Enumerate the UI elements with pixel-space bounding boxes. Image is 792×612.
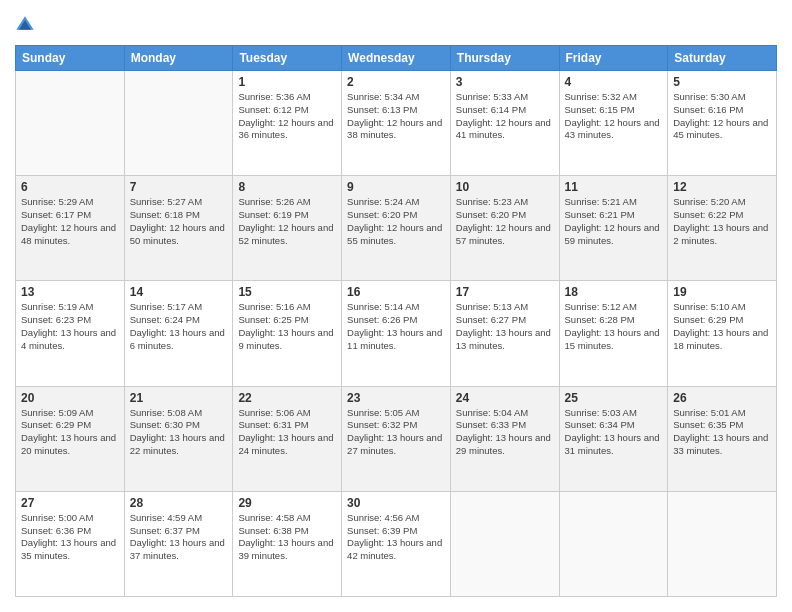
calendar-cell bbox=[668, 491, 777, 596]
calendar-cell: 7Sunrise: 5:27 AM Sunset: 6:18 PM Daylig… bbox=[124, 176, 233, 281]
page: SundayMondayTuesdayWednesdayThursdayFrid… bbox=[0, 0, 792, 612]
day-number: 14 bbox=[130, 285, 228, 299]
day-info: Sunrise: 5:21 AM Sunset: 6:21 PM Dayligh… bbox=[565, 196, 663, 247]
day-info: Sunrise: 5:03 AM Sunset: 6:34 PM Dayligh… bbox=[565, 407, 663, 458]
calendar-cell: 3Sunrise: 5:33 AM Sunset: 6:14 PM Daylig… bbox=[450, 71, 559, 176]
day-info: Sunrise: 5:05 AM Sunset: 6:32 PM Dayligh… bbox=[347, 407, 445, 458]
day-info: Sunrise: 5:36 AM Sunset: 6:12 PM Dayligh… bbox=[238, 91, 336, 142]
day-info: Sunrise: 5:30 AM Sunset: 6:16 PM Dayligh… bbox=[673, 91, 771, 142]
day-number: 4 bbox=[565, 75, 663, 89]
day-number: 7 bbox=[130, 180, 228, 194]
column-header-thursday: Thursday bbox=[450, 46, 559, 71]
calendar-cell: 29Sunrise: 4:58 AM Sunset: 6:38 PM Dayli… bbox=[233, 491, 342, 596]
calendar-cell: 21Sunrise: 5:08 AM Sunset: 6:30 PM Dayli… bbox=[124, 386, 233, 491]
day-number: 21 bbox=[130, 391, 228, 405]
day-number: 8 bbox=[238, 180, 336, 194]
day-info: Sunrise: 5:12 AM Sunset: 6:28 PM Dayligh… bbox=[565, 301, 663, 352]
calendar-cell: 14Sunrise: 5:17 AM Sunset: 6:24 PM Dayli… bbox=[124, 281, 233, 386]
day-info: Sunrise: 5:06 AM Sunset: 6:31 PM Dayligh… bbox=[238, 407, 336, 458]
day-number: 30 bbox=[347, 496, 445, 510]
day-number: 24 bbox=[456, 391, 554, 405]
day-number: 20 bbox=[21, 391, 119, 405]
day-info: Sunrise: 5:24 AM Sunset: 6:20 PM Dayligh… bbox=[347, 196, 445, 247]
calendar-cell: 23Sunrise: 5:05 AM Sunset: 6:32 PM Dayli… bbox=[342, 386, 451, 491]
day-number: 23 bbox=[347, 391, 445, 405]
day-info: Sunrise: 5:27 AM Sunset: 6:18 PM Dayligh… bbox=[130, 196, 228, 247]
calendar-cell: 16Sunrise: 5:14 AM Sunset: 6:26 PM Dayli… bbox=[342, 281, 451, 386]
calendar-cell: 26Sunrise: 5:01 AM Sunset: 6:35 PM Dayli… bbox=[668, 386, 777, 491]
calendar-cell: 20Sunrise: 5:09 AM Sunset: 6:29 PM Dayli… bbox=[16, 386, 125, 491]
day-info: Sunrise: 5:09 AM Sunset: 6:29 PM Dayligh… bbox=[21, 407, 119, 458]
day-number: 25 bbox=[565, 391, 663, 405]
column-header-saturday: Saturday bbox=[668, 46, 777, 71]
calendar-cell: 12Sunrise: 5:20 AM Sunset: 6:22 PM Dayli… bbox=[668, 176, 777, 281]
day-info: Sunrise: 5:26 AM Sunset: 6:19 PM Dayligh… bbox=[238, 196, 336, 247]
calendar-week-row: 13Sunrise: 5:19 AM Sunset: 6:23 PM Dayli… bbox=[16, 281, 777, 386]
calendar-cell bbox=[16, 71, 125, 176]
day-info: Sunrise: 5:16 AM Sunset: 6:25 PM Dayligh… bbox=[238, 301, 336, 352]
day-info: Sunrise: 5:19 AM Sunset: 6:23 PM Dayligh… bbox=[21, 301, 119, 352]
day-info: Sunrise: 5:34 AM Sunset: 6:13 PM Dayligh… bbox=[347, 91, 445, 142]
calendar-cell: 6Sunrise: 5:29 AM Sunset: 6:17 PM Daylig… bbox=[16, 176, 125, 281]
calendar-cell: 22Sunrise: 5:06 AM Sunset: 6:31 PM Dayli… bbox=[233, 386, 342, 491]
calendar-table: SundayMondayTuesdayWednesdayThursdayFrid… bbox=[15, 45, 777, 597]
calendar-week-row: 6Sunrise: 5:29 AM Sunset: 6:17 PM Daylig… bbox=[16, 176, 777, 281]
calendar-cell bbox=[450, 491, 559, 596]
day-number: 15 bbox=[238, 285, 336, 299]
day-info: Sunrise: 5:10 AM Sunset: 6:29 PM Dayligh… bbox=[673, 301, 771, 352]
day-info: Sunrise: 4:56 AM Sunset: 6:39 PM Dayligh… bbox=[347, 512, 445, 563]
day-info: Sunrise: 5:01 AM Sunset: 6:35 PM Dayligh… bbox=[673, 407, 771, 458]
calendar-cell: 28Sunrise: 4:59 AM Sunset: 6:37 PM Dayli… bbox=[124, 491, 233, 596]
day-number: 2 bbox=[347, 75, 445, 89]
calendar-cell: 19Sunrise: 5:10 AM Sunset: 6:29 PM Dayli… bbox=[668, 281, 777, 386]
calendar-cell: 4Sunrise: 5:32 AM Sunset: 6:15 PM Daylig… bbox=[559, 71, 668, 176]
day-number: 19 bbox=[673, 285, 771, 299]
calendar-cell: 24Sunrise: 5:04 AM Sunset: 6:33 PM Dayli… bbox=[450, 386, 559, 491]
column-header-tuesday: Tuesday bbox=[233, 46, 342, 71]
column-header-wednesday: Wednesday bbox=[342, 46, 451, 71]
day-info: Sunrise: 5:20 AM Sunset: 6:22 PM Dayligh… bbox=[673, 196, 771, 247]
calendar-cell: 5Sunrise: 5:30 AM Sunset: 6:16 PM Daylig… bbox=[668, 71, 777, 176]
day-info: Sunrise: 4:58 AM Sunset: 6:38 PM Dayligh… bbox=[238, 512, 336, 563]
calendar-cell: 17Sunrise: 5:13 AM Sunset: 6:27 PM Dayli… bbox=[450, 281, 559, 386]
calendar-cell: 13Sunrise: 5:19 AM Sunset: 6:23 PM Dayli… bbox=[16, 281, 125, 386]
calendar-cell: 10Sunrise: 5:23 AM Sunset: 6:20 PM Dayli… bbox=[450, 176, 559, 281]
logo bbox=[15, 15, 39, 35]
day-info: Sunrise: 5:14 AM Sunset: 6:26 PM Dayligh… bbox=[347, 301, 445, 352]
day-number: 3 bbox=[456, 75, 554, 89]
day-number: 17 bbox=[456, 285, 554, 299]
calendar-cell: 8Sunrise: 5:26 AM Sunset: 6:19 PM Daylig… bbox=[233, 176, 342, 281]
day-number: 22 bbox=[238, 391, 336, 405]
calendar-cell: 15Sunrise: 5:16 AM Sunset: 6:25 PM Dayli… bbox=[233, 281, 342, 386]
day-number: 13 bbox=[21, 285, 119, 299]
calendar-cell: 2Sunrise: 5:34 AM Sunset: 6:13 PM Daylig… bbox=[342, 71, 451, 176]
calendar-cell bbox=[124, 71, 233, 176]
calendar-header-row: SundayMondayTuesdayWednesdayThursdayFrid… bbox=[16, 46, 777, 71]
day-number: 12 bbox=[673, 180, 771, 194]
calendar-cell: 9Sunrise: 5:24 AM Sunset: 6:20 PM Daylig… bbox=[342, 176, 451, 281]
day-number: 16 bbox=[347, 285, 445, 299]
calendar-cell: 11Sunrise: 5:21 AM Sunset: 6:21 PM Dayli… bbox=[559, 176, 668, 281]
day-number: 11 bbox=[565, 180, 663, 194]
day-number: 6 bbox=[21, 180, 119, 194]
column-header-sunday: Sunday bbox=[16, 46, 125, 71]
calendar-week-row: 27Sunrise: 5:00 AM Sunset: 6:36 PM Dayli… bbox=[16, 491, 777, 596]
day-number: 26 bbox=[673, 391, 771, 405]
calendar-cell bbox=[559, 491, 668, 596]
day-info: Sunrise: 4:59 AM Sunset: 6:37 PM Dayligh… bbox=[130, 512, 228, 563]
calendar-cell: 18Sunrise: 5:12 AM Sunset: 6:28 PM Dayli… bbox=[559, 281, 668, 386]
day-info: Sunrise: 5:32 AM Sunset: 6:15 PM Dayligh… bbox=[565, 91, 663, 142]
day-number: 27 bbox=[21, 496, 119, 510]
column-header-monday: Monday bbox=[124, 46, 233, 71]
day-number: 9 bbox=[347, 180, 445, 194]
day-number: 18 bbox=[565, 285, 663, 299]
calendar-week-row: 20Sunrise: 5:09 AM Sunset: 6:29 PM Dayli… bbox=[16, 386, 777, 491]
day-number: 28 bbox=[130, 496, 228, 510]
calendar-cell: 25Sunrise: 5:03 AM Sunset: 6:34 PM Dayli… bbox=[559, 386, 668, 491]
column-header-friday: Friday bbox=[559, 46, 668, 71]
day-info: Sunrise: 5:04 AM Sunset: 6:33 PM Dayligh… bbox=[456, 407, 554, 458]
day-info: Sunrise: 5:00 AM Sunset: 6:36 PM Dayligh… bbox=[21, 512, 119, 563]
day-number: 29 bbox=[238, 496, 336, 510]
day-number: 5 bbox=[673, 75, 771, 89]
header bbox=[15, 15, 777, 35]
